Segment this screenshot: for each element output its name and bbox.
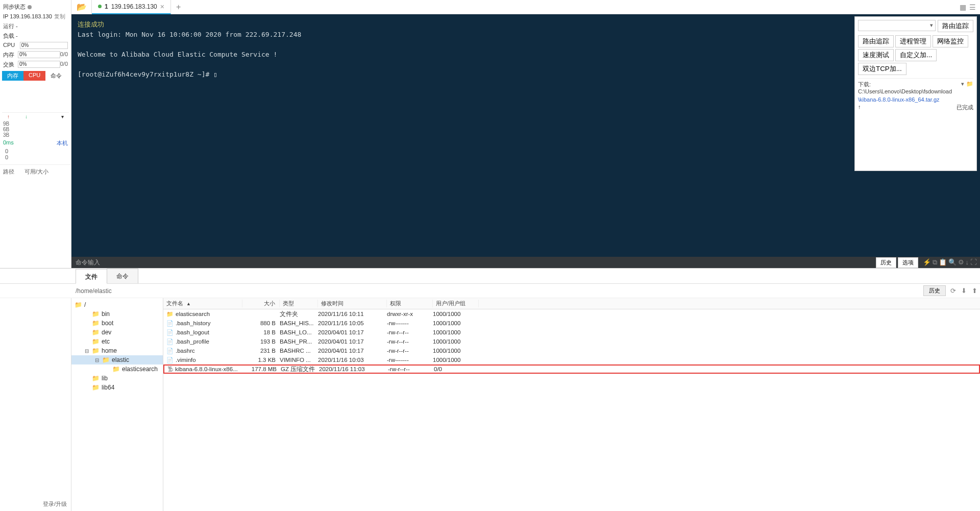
tree-lib[interactable]: 📁lib [71, 374, 163, 383]
tree-dev[interactable]: 📁dev [71, 328, 163, 337]
refresh-icon[interactable]: ⟳ [948, 287, 959, 295]
upload-file-icon[interactable]: ⬆ [969, 287, 980, 295]
col-user-header[interactable]: 用户/用户组 [433, 300, 479, 307]
archive-icon: 🗜 [167, 366, 173, 372]
tree-lib64[interactable]: 📁lib64 [71, 383, 163, 392]
connection-status-icon [98, 5, 102, 8]
path-history-button[interactable]: 历史 [923, 285, 946, 296]
cpu-meter: CPU0% [0, 41, 71, 50]
tree-home[interactable]: ⊟📁home [71, 346, 163, 355]
tab-index: 1 [105, 3, 108, 10]
tree-elasticsearch[interactable]: 📁elasticsearch [71, 364, 163, 374]
tab-commands[interactable]: 命令 [107, 269, 138, 283]
tab-cpu[interactable]: CPU [23, 71, 45, 81]
tab-ip: 139.196.183.130 [111, 3, 157, 10]
file-icon: 📄 [166, 329, 174, 336]
menu-icon[interactable]: ☰ [969, 3, 976, 11]
sort-asc-icon: ▲ [186, 301, 191, 306]
download-section: 下载: C:\Users\Lenovo\Desktop\fsdownload ▾… [858, 78, 973, 167]
host-label[interactable]: 本机 [57, 139, 68, 147]
net-scale: 9B6B3B [0, 120, 71, 138]
tree-etc[interactable]: 📁etc [71, 337, 163, 346]
file-row[interactable]: 📄.bash_history880 BBASH_HIS...2020/11/16… [163, 319, 980, 328]
file-icon: 📄 [166, 320, 174, 327]
latency-value: 0ms [3, 139, 14, 147]
tree-elastic[interactable]: ⊟📁elastic [71, 355, 163, 364]
chevron-down-icon[interactable]: ▾ [961, 81, 964, 94]
search-icon[interactable]: 🔍 [948, 258, 957, 266]
upload-arrow-icon: ↑ [7, 114, 10, 119]
disk-header: 路径可用/大小 [0, 164, 71, 178]
expand-icon[interactable]: ⛶ [970, 258, 977, 266]
collapse-icon[interactable]: ⊟ [95, 357, 100, 363]
resource-chart [2, 82, 69, 113]
grid-view-icon[interactable]: ▦ [960, 3, 966, 11]
connection-tab[interactable]: 1 139.196.183.130 × [92, 0, 171, 14]
tab-cmd[interactable]: 命令 [45, 71, 67, 81]
tree-bin[interactable]: 📁bin [71, 309, 163, 319]
download-icon[interactable]: ↓ [966, 258, 969, 266]
file-list: 文件名▲ 大小 类型 修改时间 权限 用户/用户组 📁elasticsearch… [163, 298, 980, 511]
file-row[interactable]: 📁elasticsearch文件夹2020/11/16 10:11drwxr-x… [163, 309, 980, 319]
download-file-icon[interactable]: ⬇ [959, 287, 969, 295]
command-input[interactable]: 命令输入 [71, 258, 876, 267]
host-select[interactable] [858, 20, 936, 31]
paste-icon[interactable]: 📋 [939, 258, 947, 266]
net-zeros: 00 [0, 148, 71, 160]
tool-process[interactable]: 进程管理 [895, 35, 931, 47]
col-size-header[interactable]: 大小 [242, 300, 280, 307]
directory-tree: 📁/ 📁bin 📁boot 📁dev 📁etc ⊟📁home ⊟📁elastic… [71, 298, 163, 511]
swap-meter: 交换0%0/0 [0, 60, 71, 69]
tool-netmon[interactable]: 网络监控 [933, 35, 968, 47]
folder-icon: 📁 [75, 301, 82, 308]
tool-speedtest[interactable]: 速度测试 [858, 49, 894, 61]
col-type-header[interactable]: 类型 [280, 300, 318, 307]
download-file[interactable]: \kibana-6.8.0-linux-x86_64.tar.gz [858, 96, 973, 103]
file-row[interactable]: 📄.bash_profile193 BBASH_PR...2020/04/01 … [163, 337, 980, 346]
download-status: 已完成 [957, 104, 973, 111]
traceroute-button[interactable]: 路由追踪 [938, 20, 973, 32]
upload-icon: ↑ [858, 104, 861, 111]
open-folder-button[interactable]: 📂 [71, 0, 92, 14]
bolt-icon[interactable]: ⚡ [923, 258, 931, 266]
settings-icon[interactable]: ⚙ [958, 258, 964, 266]
tool-traceroute[interactable]: 路由追踪 [858, 35, 894, 47]
file-icon: 📄 [166, 338, 174, 345]
copy-ip-button[interactable]: 复制 [54, 13, 65, 19]
path-input[interactable]: /home/elastic [76, 287, 921, 295]
open-folder-icon[interactable]: 📁 [966, 81, 973, 94]
chart-menu-icon[interactable]: ▾ [61, 114, 64, 119]
tree-boot[interactable]: 📁boot [71, 319, 163, 328]
tab-memory[interactable]: 内存 [2, 71, 23, 81]
terminal[interactable]: 连接成功 Last login: Mon Nov 16 10:06:00 202… [71, 14, 980, 257]
connection-tabbar: 📂 1 139.196.183.130 × + ▦ ☰ [71, 0, 980, 14]
login-link[interactable]: 登录/升级 [43, 500, 67, 508]
status-dot-icon [28, 5, 32, 9]
collapse-icon[interactable]: ⊟ [85, 348, 90, 354]
close-tab-button[interactable]: × [160, 3, 164, 11]
mem-meter: 内存0%0/0 [0, 50, 71, 60]
tool-custom[interactable]: 自定义加... [895, 49, 937, 61]
bottom-left-spacer: 登录/升级 [0, 298, 71, 511]
tools-panel: 路由追踪 路由追踪 进程管理 网络监控 速度测试 自定义加... 双边TCP加.… [854, 16, 977, 171]
terminal-footer: 命令输入 历史 选项 ⚡ ⧉ 📋 🔍 ⚙ ↓ ⛶ [71, 257, 980, 268]
file-row[interactable]: 🗜kibana-6.8.0-linux-x86...177.8 MBGZ 压缩文… [163, 364, 980, 374]
history-button[interactable]: 历史 [876, 257, 896, 268]
folder-icon: 📁 [166, 311, 174, 318]
options-button[interactable]: 选项 [898, 257, 918, 268]
load-status: 负载 - [0, 31, 71, 41]
file-row[interactable]: 📄.viminfo1.3 KBVIMINFO ...2020/11/16 10:… [163, 355, 980, 364]
ip-row: IP 139.196.183.130复制 [0, 12, 71, 21]
tab-files[interactable]: 文件 [76, 269, 107, 284]
file-row[interactable]: 📄.bash_logout18 BBASH_LO...2020/04/01 10… [163, 328, 980, 337]
file-row[interactable]: 📄.bashrc231 BBASHRC ...2020/04/01 10:17-… [163, 346, 980, 355]
tool-bbr[interactable]: 双边TCP加... [858, 63, 906, 75]
copy-icon[interactable]: ⧉ [933, 258, 937, 266]
col-perm-header[interactable]: 权限 [387, 300, 433, 307]
download-arrow-icon: ↓ [25, 114, 28, 119]
add-tab-button[interactable]: + [171, 3, 186, 12]
tree-root[interactable]: 📁/ [71, 300, 163, 309]
file-icon: 📄 [166, 348, 174, 354]
col-name-header[interactable]: 文件名▲ [163, 300, 242, 307]
col-mtime-header[interactable]: 修改时间 [318, 300, 387, 307]
